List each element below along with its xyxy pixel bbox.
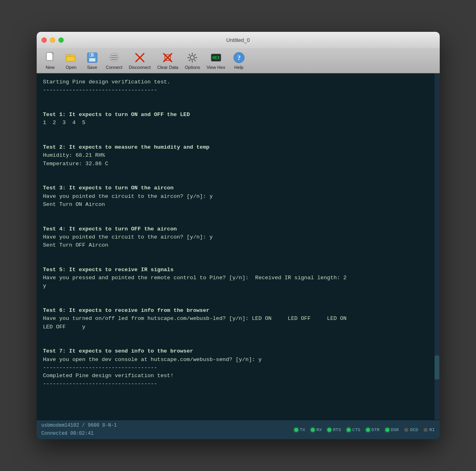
terminal-line: Have you pressed and pointed the remote …	[43, 274, 428, 282]
tx-label: TX	[300, 427, 305, 432]
svg-rect-9	[90, 54, 91, 56]
maximize-button[interactable]	[58, 37, 64, 43]
terminal-line: Have you pointed the circuit to the airc…	[43, 193, 428, 201]
dcd-label: DCD	[410, 427, 418, 432]
svg-line-24	[189, 54, 191, 56]
scrollbar-thumb[interactable]	[434, 355, 439, 380]
terminal-line	[43, 176, 428, 184]
terminal-line	[43, 217, 428, 225]
cts-led	[347, 428, 351, 432]
rts-label: RTS	[333, 427, 341, 432]
terminal-line: -----------------------------------	[43, 86, 428, 94]
open-label: Open	[66, 65, 77, 70]
terminal-line	[43, 168, 428, 176]
terminal-line: Sent Turn OFF Aircon	[43, 241, 428, 249]
rx-led	[311, 428, 315, 432]
window-title: Untitled_0	[226, 37, 250, 43]
rx-indicator: RX	[311, 427, 322, 432]
terminal-line	[43, 135, 428, 143]
ri-indicator: RI	[424, 427, 434, 432]
close-button[interactable]	[42, 37, 47, 43]
status-indicators: TX RX RTS CTS DTR	[294, 427, 435, 432]
port-info: usbmodem14102 / 9600 8-N-1	[42, 422, 117, 430]
new-icon	[44, 51, 57, 64]
terminal-line: Test 6: It expects to receive info from …	[43, 307, 428, 315]
terminal-line	[43, 258, 428, 266]
tx-led	[294, 428, 298, 432]
dtr-label: DTR	[372, 427, 380, 432]
help-label: Help	[234, 65, 243, 70]
status-info: usbmodem14102 / 9600 8-N-1 Connected 00:…	[42, 422, 117, 437]
terminal-line	[43, 103, 428, 111]
cts-indicator: CTS	[347, 427, 360, 432]
terminal-line: Have you turned on/off led from hutscape…	[43, 315, 428, 323]
dtr-led	[366, 428, 370, 432]
terminal-line: 1 2 3 4 5	[43, 119, 428, 127]
scrollbar[interactable]	[434, 73, 440, 420]
terminal-line	[43, 249, 428, 257]
terminal-line: Have you open the dev console at hutscap…	[43, 356, 428, 364]
terminal-content: Starting Pine design verification test. …	[43, 78, 433, 388]
terminal-line	[43, 95, 428, 103]
view-hex-icon: HEX	[210, 51, 222, 64]
terminal-line	[43, 209, 428, 217]
options-icon	[186, 51, 199, 64]
connect-icon	[108, 51, 121, 64]
open-icon	[65, 51, 78, 64]
view-hex-label: View Hex	[206, 65, 225, 70]
svg-rect-4	[66, 56, 75, 61]
dcd-indicator: DCD	[404, 427, 418, 432]
dsr-indicator: DSR	[385, 427, 399, 432]
terminal-line: Humidity: 68.21 RH%	[43, 151, 428, 160]
terminal-line	[43, 290, 428, 299]
disconnect-icon	[133, 51, 146, 64]
open-button[interactable]: Open	[62, 50, 81, 71]
save-button[interactable]: Save	[83, 50, 102, 71]
terminal-line	[43, 299, 428, 307]
clear-data-label: Clear Data	[157, 65, 179, 70]
clear-data-button[interactable]: Clear Data	[155, 50, 181, 71]
svg-line-25	[194, 60, 196, 61]
svg-rect-5	[66, 55, 70, 56]
terminal-line	[43, 331, 428, 339]
disconnect-label: Disconnect	[129, 65, 150, 70]
svg-text:?: ?	[237, 54, 241, 61]
terminal-line	[43, 127, 428, 135]
svg-point-19	[190, 56, 194, 60]
terminal-line: -----------------------------------	[43, 380, 428, 388]
clear-data-icon	[161, 51, 174, 64]
ri-led	[424, 428, 428, 432]
connect-label: Connect	[106, 65, 123, 70]
terminal-line: Test 5: It expects to receive IR signals	[43, 266, 428, 274]
rx-label: RX	[316, 427, 322, 432]
svg-line-26	[194, 54, 196, 56]
terminal-line: Test 3: It expects to turn ON the aircon	[43, 184, 428, 192]
dsr-led	[385, 428, 389, 432]
connect-button[interactable]: Connect	[104, 50, 125, 71]
terminal-line: Starting Pine design verification test.	[43, 78, 428, 86]
terminal-line: -----------------------------------	[43, 364, 428, 372]
rts-led	[327, 428, 331, 432]
save-label: Save	[87, 65, 97, 70]
help-button[interactable]: ? Help	[229, 50, 249, 71]
new-button[interactable]: New	[41, 50, 60, 71]
terminal-area: Starting Pine design verification test. …	[37, 73, 440, 420]
terminal-line: Test 1: It expects to turn ON and OFF th…	[43, 111, 428, 119]
help-icon: ?	[233, 51, 245, 64]
dtr-indicator: DTR	[366, 427, 380, 432]
disconnect-button[interactable]: Disconnect	[126, 50, 153, 71]
terminal-line: Sent Turn ON Aircon	[43, 201, 428, 209]
status-bar: usbmodem14102 / 9600 8-N-1 Connected 00:…	[37, 420, 440, 439]
minimize-button[interactable]	[50, 37, 55, 43]
options-label: Options	[185, 65, 200, 70]
terminal-line: y	[43, 282, 428, 290]
new-label: New	[46, 65, 54, 70]
options-button[interactable]: Options	[182, 50, 202, 71]
terminal-line: Test 4: It expects to turn OFF the airco…	[43, 225, 428, 233]
view-hex-button[interactable]: HEX View Hex	[204, 50, 227, 71]
tx-indicator: TX	[294, 427, 305, 432]
svg-rect-8	[89, 58, 96, 62]
title-bar: Untitled_0	[37, 32, 440, 48]
terminal-line: LED OFF y	[43, 323, 428, 331]
terminal-line: Test 2: It expects to measure the humidi…	[43, 143, 428, 151]
